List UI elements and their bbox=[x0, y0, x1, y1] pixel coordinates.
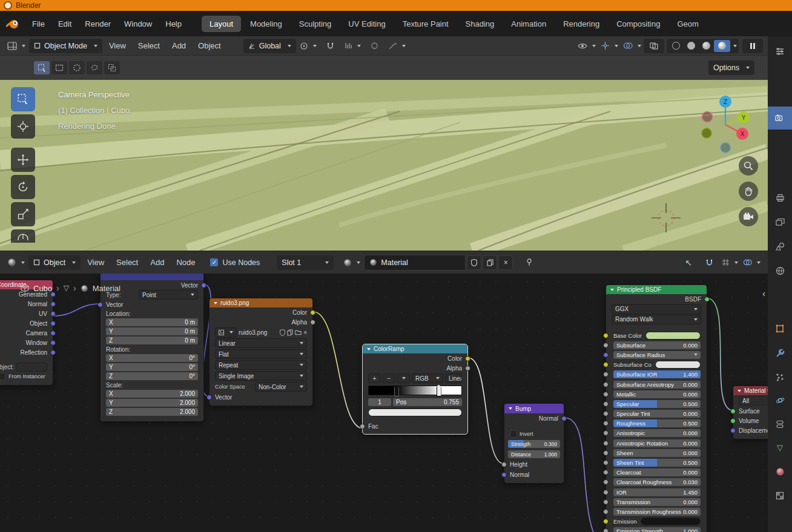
shader-type-dropdown[interactable]: Object bbox=[28, 255, 81, 270]
socket-color-out[interactable] bbox=[465, 356, 470, 361]
tab-world-properties[interactable] bbox=[768, 260, 792, 281]
mode-dropdown[interactable]: Object Mode bbox=[29, 39, 102, 53]
folder-icon[interactable] bbox=[295, 329, 302, 335]
clearcoat-slider[interactable]: Clearcoat0.000 bbox=[613, 468, 701, 476]
go-to-parent-button[interactable]: ↖ bbox=[678, 255, 699, 270]
socket-transmission[interactable] bbox=[603, 499, 609, 505]
shading-solid-button[interactable] bbox=[684, 42, 699, 50]
location-y-field[interactable]: Y0 m bbox=[106, 327, 198, 335]
menu-render[interactable]: Render bbox=[78, 16, 117, 32]
node-snap-toggle[interactable] bbox=[699, 255, 719, 270]
shading-dropdown-caret[interactable] bbox=[733, 45, 737, 47]
socket-subsurface-anisotropy[interactable] bbox=[603, 382, 609, 387]
proportional-editing-toggle[interactable] bbox=[365, 39, 385, 53]
socket-uv[interactable] bbox=[50, 311, 56, 317]
select-mode-box[interactable] bbox=[51, 61, 67, 74]
socket-camera[interactable] bbox=[50, 330, 56, 336]
subsurface-anisotropy-slider[interactable]: Subsurface Anisotropy0.000 bbox=[613, 381, 701, 389]
socket-normal[interactable] bbox=[50, 301, 56, 307]
subsurface-color-swatch[interactable] bbox=[655, 361, 701, 369]
socket-subsurface-radius[interactable] bbox=[603, 352, 609, 358]
subsurface-ior-slider[interactable]: Subsurface IOR1.400 bbox=[613, 370, 701, 378]
pivot-point-button[interactable] bbox=[297, 39, 319, 53]
socket-surface-in[interactable] bbox=[730, 409, 736, 414]
socket-vector-in[interactable] bbox=[97, 302, 103, 307]
specular-slider[interactable]: Specular0.500 bbox=[613, 400, 701, 408]
distribution-dropdown[interactable]: GGX bbox=[612, 304, 701, 314]
specular-tint-slider[interactable]: Specular Tint0.000 bbox=[613, 410, 701, 418]
extension-dropdown[interactable]: Repeat bbox=[215, 360, 307, 370]
select-mode-intersect[interactable] bbox=[104, 61, 120, 74]
metallic-slider[interactable]: Metallic0.000 bbox=[613, 390, 701, 398]
node-image-texture[interactable]: ruido3.png Color Alpha ruido3.png bbox=[209, 298, 313, 406]
rotation-x-field[interactable]: X0° bbox=[106, 354, 198, 362]
node-mapping[interactable]: Vector Type: Point Vector Location: X0 m… bbox=[100, 274, 204, 422]
socket-alpha-out[interactable] bbox=[310, 320, 315, 325]
socket-anisotropic-rotation[interactable] bbox=[603, 441, 609, 446]
tab-modifier-properties[interactable] bbox=[768, 343, 792, 363]
breadcrumb-material[interactable]: Material bbox=[93, 284, 120, 293]
strength-slider[interactable]: Strength0.300 bbox=[508, 440, 560, 448]
material-name-field[interactable]: Material bbox=[364, 255, 466, 271]
socket-transmission-roughness[interactable] bbox=[603, 509, 609, 514]
tool-rotate[interactable] bbox=[11, 175, 35, 199]
node-menu-select[interactable]: Select bbox=[111, 258, 144, 267]
socket-height-in[interactable] bbox=[501, 462, 507, 467]
location-x-field[interactable]: X0 m bbox=[106, 318, 198, 326]
tab-constraint-properties[interactable] bbox=[768, 414, 792, 435]
shader-editor-type-button[interactable] bbox=[5, 255, 27, 270]
tab-compositing[interactable]: Compositing bbox=[609, 16, 668, 32]
invert-checkbox[interactable] bbox=[510, 430, 517, 438]
proportional-falloff-dropdown[interactable] bbox=[386, 39, 408, 53]
mapping-type-dropdown[interactable]: Point bbox=[139, 290, 198, 300]
socket-object[interactable] bbox=[50, 321, 56, 326]
sheen-slider[interactable]: Sheen0.000 bbox=[613, 449, 701, 457]
tab-object-properties[interactable] bbox=[768, 318, 792, 339]
add-stop-button[interactable]: + bbox=[368, 373, 381, 383]
node-menu-node[interactable]: Node bbox=[171, 258, 200, 267]
menu-edit[interactable]: Edit bbox=[51, 16, 78, 32]
shading-wireframe-button[interactable] bbox=[668, 42, 684, 50]
tab-layout[interactable]: Layout bbox=[202, 16, 241, 32]
image-filename[interactable]: ruido3.png bbox=[239, 329, 278, 336]
node-menu-view[interactable]: View bbox=[82, 258, 110, 267]
node-snap-target-dropdown[interactable] bbox=[719, 255, 741, 270]
socket-emission[interactable] bbox=[603, 519, 609, 524]
xray-toggle[interactable] bbox=[644, 39, 664, 53]
tab-animation[interactable]: Animation bbox=[503, 16, 554, 32]
scale-z-field[interactable]: Z2.000 bbox=[106, 408, 198, 416]
pin-button[interactable] bbox=[519, 255, 540, 270]
stop-position-field[interactable]: Pos0.755 bbox=[393, 398, 462, 406]
tool-move[interactable] bbox=[11, 148, 35, 172]
gradient-bar[interactable] bbox=[368, 386, 462, 395]
socket-window[interactable] bbox=[50, 340, 56, 346]
socket-reflection[interactable] bbox=[50, 350, 56, 355]
menu-window[interactable]: Window bbox=[117, 16, 159, 32]
socket-sheen[interactable] bbox=[603, 450, 609, 456]
menu-help[interactable]: Help bbox=[159, 16, 188, 32]
tab-view-layer-properties[interactable] bbox=[768, 212, 792, 232]
scale-x-field[interactable]: X2.000 bbox=[106, 390, 198, 398]
gradient-stop-1[interactable] bbox=[394, 384, 399, 396]
socket-color-out[interactable] bbox=[310, 310, 315, 315]
zoom-button[interactable] bbox=[739, 156, 758, 176]
tab-particle-properties[interactable] bbox=[768, 367, 792, 387]
socket-clearcoat[interactable] bbox=[603, 470, 609, 475]
tab-geometry-nodes[interactable]: Geom bbox=[669, 16, 706, 32]
socket-emission-strength[interactable] bbox=[603, 528, 609, 532]
new-material-button[interactable] bbox=[483, 255, 497, 270]
node-bump[interactable]: Bump Normal Invert Strength0.300 Distanc… bbox=[504, 403, 564, 484]
anisotropic-rotation-slider[interactable]: Anisotropic Rotation0.000 bbox=[613, 439, 701, 447]
colorspace-dropdown[interactable]: Non-Color bbox=[255, 382, 307, 392]
socket-specular[interactable] bbox=[603, 401, 609, 407]
render-pause-button[interactable] bbox=[742, 39, 763, 53]
tab-output-properties[interactable] bbox=[768, 188, 792, 208]
transmission-slider[interactable]: Transmission0.000 bbox=[613, 498, 701, 506]
gizmo-neg-z-axis[interactable] bbox=[721, 143, 731, 153]
tab-render-properties[interactable] bbox=[768, 107, 792, 130]
anisotropic-slider[interactable]: Anisotropic0.000 bbox=[613, 429, 701, 437]
use-nodes-checkbox[interactable]: ✓ bbox=[210, 258, 218, 266]
breadcrumb-object[interactable]: Cubo bbox=[33, 284, 52, 293]
menu-object[interactable]: Object bbox=[193, 41, 226, 50]
socket-fac-in[interactable] bbox=[360, 424, 365, 429]
